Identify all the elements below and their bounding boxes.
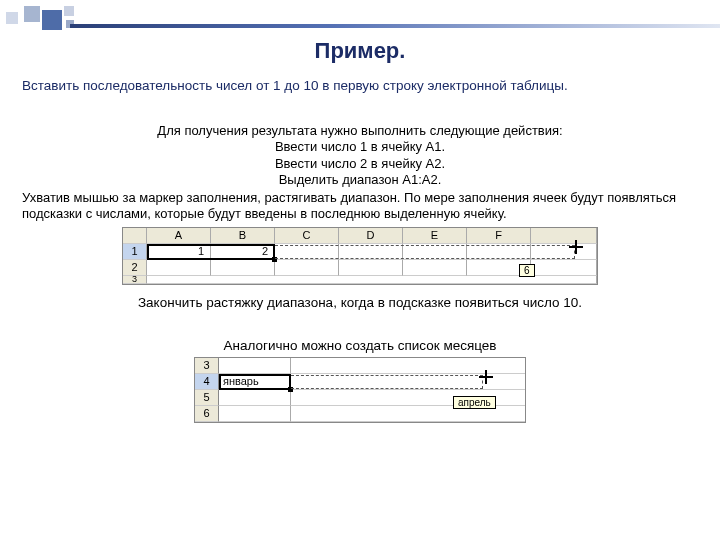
row-header-2: 2 <box>123 260 147 276</box>
fill-handle[interactable] <box>272 257 277 262</box>
col-header-C: C <box>275 228 339 244</box>
analog-text: Аналогично можно создать список месяцев <box>22 338 698 353</box>
col-header-B: B <box>211 228 275 244</box>
steps-lead: Для получения результата нужно выполнить… <box>22 123 698 139</box>
col-header-E: E <box>403 228 467 244</box>
row-3-partial <box>147 276 597 284</box>
cell-A2 <box>147 260 211 276</box>
col-header-D: D <box>339 228 403 244</box>
spreadsheet-example-2: 3 4 январь 5 6 апрель <box>194 357 526 423</box>
cursor-crosshair-icon <box>571 242 581 252</box>
col-header-F: F <box>467 228 531 244</box>
step-2: Ввести число 2 в ячейку A2. <box>22 156 698 172</box>
cell-F1 <box>467 244 531 260</box>
page-title: Пример. <box>22 38 698 64</box>
row-header-3: 3 <box>123 276 147 284</box>
cell-D1 <box>339 244 403 260</box>
slide-corner-decoration <box>6 6 126 34</box>
cell-E1 <box>403 244 467 260</box>
step-1: Ввести число 1 в ячейку A1. <box>22 139 698 155</box>
col-header-A: A <box>147 228 211 244</box>
selection-border-2 <box>219 374 291 390</box>
cell-A1: 1 <box>147 244 211 260</box>
intro-text: Вставить последовательность чисел от 1 д… <box>22 78 698 93</box>
row-header-1: 1 <box>123 244 147 260</box>
row-header-4: 4 <box>195 374 219 390</box>
row-header-6: 6 <box>195 406 219 422</box>
spreadsheet-example-1: A B C D E F 1 1 2 2 <box>122 227 598 285</box>
cell-A6 <box>219 406 291 422</box>
steps-block: Для получения результата нужно выполнить… <box>22 123 698 188</box>
cell-B1: 2 <box>211 244 275 260</box>
step-3: Выделить диапазон A1:A2. <box>22 172 698 188</box>
cursor-crosshair-icon-2 <box>481 372 491 382</box>
cell-E2 <box>403 260 467 276</box>
slide-top-line <box>70 24 720 28</box>
drag-explanation: Ухватив мышью за маркер заполнения, раст… <box>22 190 698 223</box>
cell-C2 <box>275 260 339 276</box>
cell-A5 <box>219 390 291 406</box>
cell-B2 <box>211 260 275 276</box>
cell-C1 <box>275 244 339 260</box>
cell-A3b <box>219 358 291 374</box>
drag-preview-2 <box>291 375 483 389</box>
finish-text: Закончить растяжку диапазона, когда в по… <box>22 295 698 310</box>
row-header-3b: 3 <box>195 358 219 374</box>
cell-overflow-2 <box>531 260 597 276</box>
corner-cell <box>123 228 147 244</box>
fill-tooltip-2: апрель <box>453 396 496 409</box>
col-header-overflow <box>531 228 597 244</box>
cell-D2 <box>339 260 403 276</box>
fill-tooltip: 6 <box>519 264 535 277</box>
cell-overflow-1 <box>531 244 597 260</box>
row-header-5: 5 <box>195 390 219 406</box>
